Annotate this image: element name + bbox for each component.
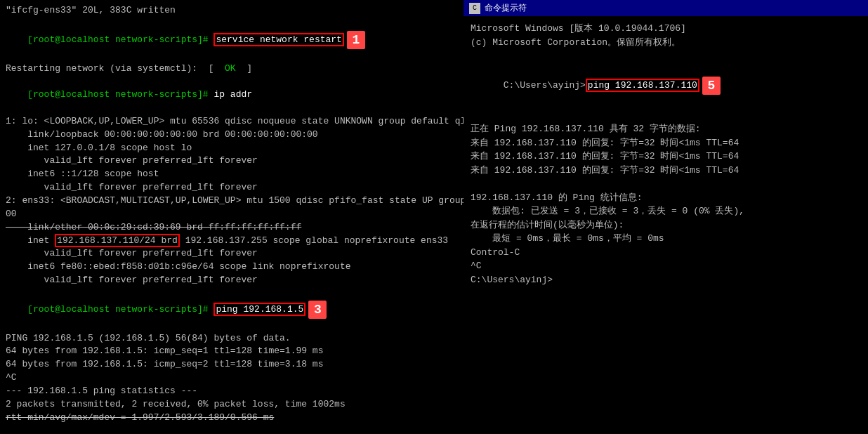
cmd-highlight-3: ping 192.168.1.5 [213, 303, 305, 316]
linux-line-2: [root@localhost network-scripts]# servic… [6, 18, 458, 63]
linux-line-24: 2 packets transmitted, 2 received, 0% pa… [6, 398, 458, 412]
linux-line-8: valid_lft forever preferred_lft forever [6, 154, 458, 168]
linux-line-25: rtt min/avg/max/mdev = 1.997/2.593/3.189… [6, 412, 458, 425]
win-line-13: ^C [471, 259, 861, 273]
win-line-blank3 [471, 177, 861, 191]
windows-content: Microsoft Windows [版本 10.0.19044.1706] (… [463, 16, 868, 433]
windows-terminal: C 命令提示符 Microsoft Windows [版本 10.0.19044… [463, 0, 868, 434]
linux-line-7: inet 127.0.0.1/8 scope host lo [6, 142, 458, 155]
linux-line-5: 1: lo: <LOOPBACK,UP,LOWER_UP> mtu 65536 … [6, 115, 458, 129]
badge-3: 3 [308, 301, 327, 319]
win-line-blank1 [471, 49, 861, 63]
win-line-7: 来自 192.168.137.110 的回复: 字节=32 时间<1ms TTL… [471, 164, 861, 178]
win-line-12: Control-C [471, 246, 861, 260]
linux-line-21: 64 bytes from 192.168.1.5: icmp_seq=2 tt… [6, 358, 458, 371]
win-line-4: 正在 Ping 192.168.137.110 具有 32 字节的数据: [471, 122, 861, 136]
linux-line-12: 00 [6, 208, 458, 221]
badge-5: 5 [702, 77, 721, 95]
win-line-9: 数据包: 已发送 = 3，已接收 = 3，丢失 = 0 (0% 丢失), [471, 204, 861, 218]
linux-line-1: "ifcfg-ens33" 20L, 383C written [6, 4, 458, 18]
inet-highlight: 192.168.137.110/24 brd [55, 234, 180, 247]
win-line-14: C:\Users\ayinj> [471, 273, 861, 287]
badge-1: 1 [347, 31, 365, 49]
linux-line-17: valid_lft forever preferred_lft forever [6, 274, 458, 287]
linux-line-26: [root@localhost network-scripts]# ping w… [6, 424, 458, 434]
linux-line-13: link/ether 00:0c:29:cd:39:69 brd ff:ff:f… [6, 221, 458, 235]
linux-line-4: [root@localhost network-scripts]# ip add… [6, 75, 458, 115]
cmd-icon: C [469, 3, 480, 14]
cmd-highlight-1: service network restart [213, 33, 343, 46]
win-line-6: 来自 192.168.137.110 的回复: 字节=32 时间<1ms TTL… [471, 150, 861, 164]
windows-titlebar: C 命令提示符 [463, 0, 868, 16]
linux-line-19: PING 192.168.1.5 (192.168.1.5) 56(84) by… [6, 332, 458, 346]
linux-line-14: inet 192.168.137.110/24 brd 192.168.137.… [6, 235, 458, 248]
win-line-5: 来自 192.168.137.110 的回复: 字节=32 时间<1ms TTL… [471, 136, 861, 150]
win-line-11: 最短 = 0ms，最长 = 0ms，平均 = 0ms [471, 232, 861, 246]
linux-line-9: inet6 ::1/128 scope host [6, 168, 458, 181]
win-line-8: 192.168.137.110 的 Ping 统计信息: [471, 191, 861, 205]
win-line-10: 在返行程的估计时间(以毫秒为单位): [471, 218, 861, 232]
linux-line-10: valid_lft forever preferred_lft forever [6, 181, 458, 195]
linux-line-16: inet6 fe80::ebed:f858:d01b:c96e/64 scope… [6, 261, 458, 274]
linux-line-22: ^C [6, 371, 458, 385]
linux-terminal: "ifcfg-ens33" 20L, 383C written [root@lo… [0, 0, 463, 434]
linux-line-18: [root@localhost network-scripts]# ping 1… [6, 287, 458, 332]
win-line-3: C:\Users\ayinj>ping 192.168.137.1105 [471, 63, 861, 109]
linux-line-3: Restarting network (via systemctl): [ OK… [6, 63, 458, 76]
linux-line-15: valid_lft forever preferred_lft forever [6, 247, 458, 261]
win-line-2: (c) Microsoft Corporation。保留所有权利。 [471, 36, 861, 50]
win-line-1: Microsoft Windows [版本 10.0.19044.1706] [471, 22, 861, 36]
linux-line-6: link/loopback 00:00:00:00:00:00 brd 00:0… [6, 129, 458, 142]
linux-prompt: [root@localhost network-scripts]# [27, 34, 213, 45]
linux-line-23: --- 192.168.1.5 ping statistics --- [6, 385, 458, 398]
win-line-blank2 [471, 109, 861, 123]
linux-line-11: 2: ens33: <BROADCAST,MULTICAST,UP,LOWER_… [6, 195, 458, 208]
titlebar-label: 命令提示符 [485, 2, 527, 14]
linux-line-20: 64 bytes from 192.168.1.5: icmp_seq=1 tt… [6, 345, 458, 358]
cmd-highlight-5: ping 192.168.137.110 [586, 79, 699, 92]
